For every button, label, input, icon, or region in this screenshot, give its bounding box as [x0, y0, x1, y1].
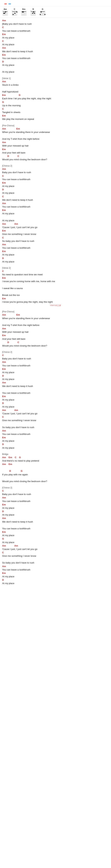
chord-line	[2, 216, 109, 219]
lyric-line: At my place	[2, 534, 109, 537]
lyric-line: You can leave a toothbrush	[2, 178, 109, 181]
chord-line: C	[2, 26, 109, 29]
lyrics-content: Am[Baby you don't have to rushCYou can l…	[0, 18, 111, 589]
chord-line: C	[2, 415, 109, 418]
lyric-line: You can leave a toothbrush	[2, 364, 109, 367]
chord-line: C	[2, 107, 109, 111]
chord-line: G	[2, 100, 109, 104]
chord-line: Em	[2, 209, 109, 212]
spacer	[2, 348, 109, 349]
header: Am x	[0, 0, 111, 18]
lyric-line: We play the moment on repeat	[2, 117, 109, 121]
chord-line: D	[2, 257, 109, 260]
chord-g[interactable]: G	[40, 8, 46, 16]
spacer	[2, 483, 109, 485]
chord-line	[2, 422, 109, 426]
chord-line: D C	[2, 341, 109, 344]
chord-line	[2, 134, 109, 137]
chord-g-name: G	[42, 8, 43, 10]
svg-point-24	[16, 11, 17, 12]
chord-line: C	[2, 489, 109, 493]
chord-line	[2, 320, 109, 323]
chord-line: D G	[2, 469, 109, 473]
lyric-line: Half hypnotized	[2, 90, 109, 94]
lyric-line: Give me something I never know	[2, 554, 109, 558]
chord-line	[2, 524, 109, 527]
chord-line: Em	[2, 229, 109, 232]
lyric-line: At my place	[2, 405, 109, 409]
chord-d[interactable]: D xx	[30, 8, 36, 16]
lyric-line: 'Cause I just, I just can't let you go	[2, 412, 109, 415]
lyric-line: You can leave a toothbrush	[2, 57, 109, 60]
chord-line: D	[2, 374, 109, 377]
chord-line: C	[2, 236, 109, 239]
chord-line: Em	[2, 367, 109, 371]
chord-line: D	[2, 443, 109, 446]
spacer	[2, 307, 109, 309]
chord-line: Am	[2, 167, 109, 170]
lyric-line: At my place	[2, 371, 109, 374]
chord-line: Am	[2, 381, 109, 384]
lyric-line: At my place	[2, 191, 109, 195]
svg-point-25	[14, 13, 16, 14]
lyric-line: At my place	[2, 540, 109, 544]
chord-line: Am Em C G	[2, 456, 109, 459]
svg-point-11	[4, 13, 5, 14]
svg-point-26	[13, 14, 14, 15]
lyric-line: At my place	[2, 575, 109, 578]
spacer	[2, 74, 109, 75]
lyric-line: So baby you don't have to rush	[2, 239, 109, 243]
chord-line: Am Am	[2, 409, 109, 412]
lyric-line: At my place	[2, 43, 109, 46]
chord-line	[2, 283, 109, 286]
chord-line: C	[2, 270, 109, 273]
lyric-line: You can leave a toothbrush	[2, 246, 109, 250]
lyric-line: You can leave a toothbrush	[2, 527, 109, 530]
badge-dncb[interactable]	[4, 4, 7, 4]
lyric-line: No need to question next time we meet	[2, 273, 109, 276]
lyric-line: At my place	[2, 439, 109, 443]
chord-em[interactable]: Em	[21, 8, 27, 16]
lyric-line: Stuck in a limbo	[2, 83, 109, 87]
chord-line: Em	[2, 53, 109, 57]
chord-c-name: C	[14, 8, 15, 10]
chord-d-grid: xx	[30, 10, 36, 16]
chord-line: Em	[2, 503, 109, 506]
lyric-line: With your messed up hair	[2, 144, 109, 148]
chord-am[interactable]: Am x	[2, 8, 8, 16]
svg-point-52	[32, 13, 33, 14]
lyric-line: We don't need to keep it hush	[2, 520, 109, 524]
chord-line: Em	[2, 114, 109, 117]
lyric-line: And my T-shirt from the night before	[2, 323, 109, 327]
svg-point-66	[44, 14, 45, 15]
lyric-line: You can leave a toothbrush	[2, 391, 109, 395]
badge-lesson[interactable]	[8, 4, 11, 4]
chord-line: Am	[2, 496, 109, 499]
lyric-line: At my place	[2, 219, 109, 222]
lyric-line: So baby you don't have to rush	[2, 561, 109, 565]
lyric-line: At my place	[2, 184, 109, 188]
lyric-line: Baby you don't have to rush	[2, 357, 109, 361]
chord-line: Am Em	[2, 313, 109, 316]
lyric-line: At my place	[2, 212, 109, 215]
chord-line	[2, 87, 109, 90]
chord-line: Em	[2, 334, 109, 337]
lyric-line: Each time I let you play the night, stay…	[2, 97, 109, 100]
chord-c[interactable]: C x	[12, 8, 18, 16]
chord-line: D C	[2, 155, 109, 158]
lyric-line: I know you're coming home with me, home …	[2, 280, 109, 283]
chord-line: C	[2, 175, 109, 178]
chord-line: Em	[2, 297, 109, 300]
svg-point-51	[34, 13, 35, 14]
chord-c-grid: x	[12, 10, 18, 16]
lyric-line: At my place	[2, 260, 109, 264]
chord-line: C	[2, 551, 109, 554]
chord-line: Em	[2, 276, 109, 280]
lyric-line: At my place	[2, 582, 109, 585]
lyric-line	[2, 466, 109, 469]
section-label: [Chorus 2]	[2, 164, 109, 167]
lyric-line: At my place	[2, 70, 109, 74]
lyric-line: You can leave a toothbrush	[2, 205, 109, 209]
chord-line: D	[2, 510, 109, 513]
lyric-line: You can leave a toothbrush	[2, 432, 109, 436]
